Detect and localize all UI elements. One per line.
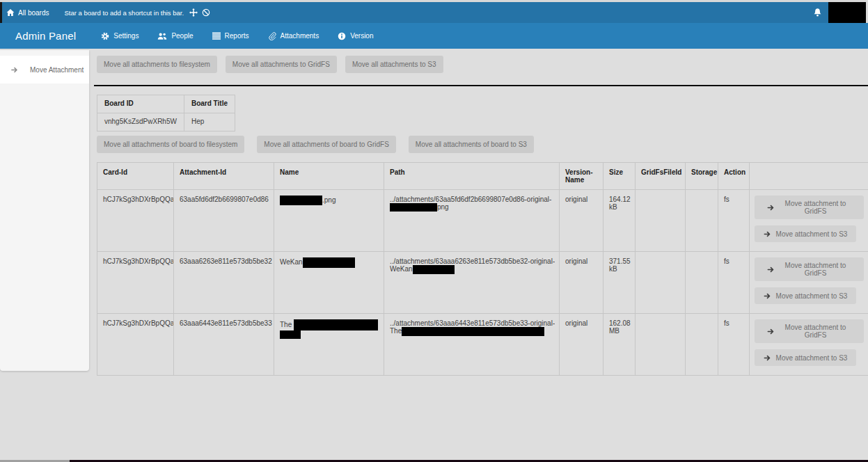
card-id-cell: hCJ7kSg3hDXrBpQQa bbox=[97, 314, 174, 376]
attachment-id-cell: 63aaa6263e811e573db5be32 bbox=[174, 252, 274, 314]
nav-item-attachments[interactable]: Attachments bbox=[268, 32, 319, 40]
move-board-to-gridfs-button[interactable]: Move all attachments of board to GridFS bbox=[257, 136, 396, 153]
board-move-buttons: Move all attachments of board to filesys… bbox=[97, 136, 868, 153]
gridfs-file-id-cell bbox=[636, 190, 686, 252]
move-board-to-s3-button[interactable]: Move all attachments of board to S3 bbox=[409, 136, 534, 153]
move-handle-icon[interactable] bbox=[189, 8, 198, 17]
size-header: Size bbox=[603, 163, 636, 190]
version-name-cell: original bbox=[560, 314, 603, 376]
arrow-right-icon bbox=[767, 266, 775, 273]
star-board-hint: Star a board to add a shortcut in this b… bbox=[64, 9, 184, 17]
gridfs-file-id-cell bbox=[636, 314, 686, 376]
move-board-to-filesystem-button[interactable]: Move all attachments of board to filesys… bbox=[97, 136, 244, 153]
row-actions-cell: Move attachment to GridFS Move attachmen… bbox=[750, 252, 868, 314]
nav-label: People bbox=[171, 32, 193, 40]
name-cell: WeKan bbox=[274, 252, 384, 314]
storage-header: Storage bbox=[686, 163, 718, 190]
action-cell: fs bbox=[718, 190, 750, 252]
actions-column-header bbox=[750, 163, 868, 190]
sidebar-item-move-attachment[interactable]: Move Attachment bbox=[0, 56, 89, 83]
arrow-right-icon bbox=[10, 66, 19, 74]
version-name-cell: original bbox=[560, 252, 603, 314]
page-title: Admin Panel bbox=[15, 30, 76, 42]
name-header: Name bbox=[274, 163, 384, 190]
home-icon bbox=[6, 8, 15, 17]
path-cell: ../attachments/63aaa6263e811e573db5be32-… bbox=[384, 252, 560, 314]
move-all-to-gridfs-button[interactable]: Move all attachments to GridFS bbox=[226, 56, 337, 73]
size-cell: 162.08 MB bbox=[603, 314, 636, 376]
nav-label: Reports bbox=[225, 32, 249, 40]
board-title-cell: Hep bbox=[184, 113, 235, 132]
redacted-text bbox=[413, 265, 455, 274]
attachment-id-cell: 63aa5fd6df2b6699807e0d86 bbox=[174, 190, 274, 252]
size-cell: 164.12 kB bbox=[603, 190, 636, 252]
redacted-text bbox=[280, 330, 301, 339]
action-cell: fs bbox=[718, 314, 750, 376]
move-attachment-to-gridfs-button[interactable]: Move attachment to GridFS bbox=[755, 196, 864, 219]
nav-item-settings[interactable]: Settings bbox=[101, 32, 139, 40]
nav-label: Version bbox=[350, 32, 373, 40]
attachments-header-row: Card-Id Attachment-Id Name Path Version-… bbox=[97, 163, 868, 190]
board-row: vnhg5KsZsdPwXRh5W Hep bbox=[97, 113, 235, 132]
name-cell: The bbox=[274, 314, 384, 376]
admin-nav: Settings People Reports Attachments Vers… bbox=[101, 32, 373, 40]
sidebar-item-label: Move Attachment bbox=[30, 66, 84, 74]
path-cell: ../attachments/63aa5fd6df2b6699807e0d86-… bbox=[384, 190, 560, 252]
attachment-row: hCJ7kSg3hDXrBpQQa 63aaa6443e811e573db5be… bbox=[97, 314, 868, 376]
arrow-right-icon bbox=[764, 354, 771, 362]
attachments-table: Card-Id Attachment-Id Name Path Version-… bbox=[97, 162, 868, 376]
nav-label: Attachments bbox=[281, 32, 319, 40]
info-icon bbox=[338, 32, 346, 40]
version-name-cell: original bbox=[560, 190, 603, 252]
nav-item-reports[interactable]: Reports bbox=[212, 32, 249, 40]
nav-label: Settings bbox=[113, 32, 139, 40]
all-boards-link[interactable]: All boards bbox=[6, 8, 49, 17]
action-cell: fs bbox=[718, 252, 750, 314]
move-attachment-to-s3-button[interactable]: Move attachment to S3 bbox=[755, 225, 856, 242]
list-icon bbox=[212, 32, 221, 40]
move-attachment-to-s3-button[interactable]: Move attachment to S3 bbox=[755, 287, 856, 304]
redacted-text bbox=[390, 203, 437, 212]
attachment-row: hCJ7kSg3hDXrBpQQa 63aa5fd6df2b6699807e0d… bbox=[97, 190, 868, 252]
global-move-buttons: Move all attachments to filesystem Move … bbox=[97, 56, 868, 73]
notifications-bell-icon[interactable] bbox=[813, 8, 822, 17]
redacted-text bbox=[294, 319, 378, 330]
nav-item-version[interactable]: Version bbox=[338, 32, 373, 40]
arrow-right-icon bbox=[767, 328, 775, 335]
move-all-to-s3-button[interactable]: Move all attachments to S3 bbox=[345, 56, 443, 73]
version-name-header: Version-Name bbox=[560, 163, 603, 190]
card-id-cell: hCJ7kSg3hDXrBpQQa bbox=[97, 252, 174, 314]
row-actions-cell: Move attachment to GridFS Move attachmen… bbox=[750, 314, 868, 376]
attachment-id-cell: 63aaa6443e811e573db5be33 bbox=[174, 314, 274, 376]
move-all-to-filesystem-button[interactable]: Move all attachments to filesystem bbox=[97, 56, 217, 73]
size-cell: 371.55 kB bbox=[603, 252, 636, 314]
move-attachments-panel: Move all attachments to filesystem Move … bbox=[94, 49, 868, 376]
nav-item-people[interactable]: People bbox=[157, 32, 193, 40]
storage-cell bbox=[686, 314, 718, 376]
divider bbox=[94, 85, 868, 86]
attachment-row: hCJ7kSg3hDXrBpQQa 63aaa6263e811e573db5be… bbox=[97, 252, 868, 314]
redacted-text bbox=[280, 196, 322, 205]
name-cell: .png bbox=[274, 190, 384, 252]
row-actions-cell: Move attachment to GridFS Move attachmen… bbox=[750, 190, 868, 252]
storage-cell bbox=[686, 190, 718, 252]
move-attachment-to-gridfs-button[interactable]: Move attachment to GridFS bbox=[755, 319, 864, 343]
action-header: Action bbox=[718, 163, 750, 190]
ban-icon[interactable] bbox=[202, 8, 210, 17]
user-menu-redacted[interactable] bbox=[828, 2, 866, 23]
move-attachment-to-s3-button[interactable]: Move attachment to S3 bbox=[755, 349, 856, 366]
redacted-text bbox=[303, 257, 355, 268]
paperclip-icon bbox=[268, 32, 276, 40]
arrow-right-icon bbox=[764, 230, 771, 238]
attachment-id-header: Attachment-Id bbox=[174, 163, 274, 190]
card-id-header: Card-Id bbox=[97, 163, 174, 190]
gridfs-file-id-header: GridFsFileId bbox=[636, 163, 686, 190]
path-cell: ../attachments/63aaa6443e811e573db5be33-… bbox=[384, 314, 560, 376]
gear-icon bbox=[101, 32, 109, 40]
all-boards-label: All boards bbox=[18, 9, 49, 17]
redacted-text bbox=[402, 327, 544, 336]
users-icon bbox=[157, 32, 167, 40]
move-attachment-to-gridfs-button[interactable]: Move attachment to GridFS bbox=[755, 257, 864, 281]
top-navbar: All boards Star a board to add a shortcu… bbox=[0, 2, 868, 23]
board-id-header: Board ID bbox=[97, 95, 184, 113]
